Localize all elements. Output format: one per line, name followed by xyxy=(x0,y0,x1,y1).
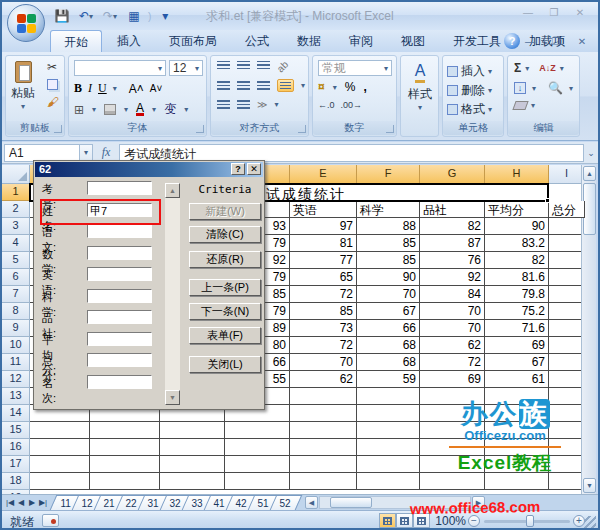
data-cell-G3[interactable]: 82 xyxy=(420,218,485,235)
field-input-品社[interactable] xyxy=(87,310,152,324)
scroll-up-icon[interactable]: ▲ xyxy=(583,166,596,181)
cell-F17[interactable] xyxy=(357,456,420,473)
cell-I5[interactable] xyxy=(549,252,585,269)
italic-button[interactable]: I xyxy=(88,81,92,96)
fill-icon[interactable]: ↓ xyxy=(514,82,526,94)
ribbon-tab-开发工具[interactable]: 开发工具 xyxy=(440,30,514,54)
data-cell-H6[interactable]: 81.6 xyxy=(485,269,549,286)
row-header-12[interactable]: 12 xyxy=(2,371,30,388)
column-header-I[interactable]: I xyxy=(549,165,585,184)
dialog-button-关闭(L)[interactable]: 关闭(L) xyxy=(189,356,261,373)
dialog-button-清除(C)[interactable]: 清除(C) xyxy=(189,226,261,243)
cell-I11[interactable] xyxy=(549,354,585,371)
data-cell-H11[interactable]: 67 xyxy=(485,354,549,371)
decrease-decimal-icon[interactable]: .00→ xyxy=(341,100,363,110)
cell-F14[interactable] xyxy=(357,405,420,422)
cell-I12[interactable] xyxy=(549,371,585,388)
cell-E14[interactable] xyxy=(290,405,357,422)
data-cell-G7[interactable]: 84 xyxy=(420,286,485,303)
dialog-close-icon[interactable]: ✕ xyxy=(247,163,261,175)
underline-button[interactable]: U xyxy=(98,81,107,96)
cell-D15[interactable] xyxy=(225,422,290,439)
row-header-15[interactable]: 15 xyxy=(2,422,30,439)
font-size-combo[interactable]: 12▾ xyxy=(169,60,203,76)
row-header-6[interactable]: 6 xyxy=(2,269,30,286)
copy-icon[interactable] xyxy=(47,79,58,90)
cell-I3[interactable] xyxy=(549,218,585,235)
wrap-text-icon[interactable]: ≫ xyxy=(257,99,267,110)
cell-A18[interactable] xyxy=(30,473,90,490)
currency-icon[interactable]: ¤ xyxy=(318,80,325,94)
column-header-H[interactable]: H xyxy=(485,165,549,184)
clipboard-dialog-launcher[interactable] xyxy=(54,125,62,133)
align-middle-icon[interactable] xyxy=(237,61,250,70)
row-header-2[interactable]: 2 xyxy=(2,201,30,218)
office-button[interactable] xyxy=(7,4,45,42)
doc-close-button[interactable]: ✕ xyxy=(572,36,592,49)
header-cell-G[interactable]: 品社 xyxy=(420,201,485,218)
cells-item-删除[interactable]: 删除▾ xyxy=(447,81,492,100)
cells-item-格式[interactable]: 格式▾ xyxy=(447,100,492,119)
comma-icon[interactable]: , xyxy=(363,80,366,94)
row-header-3[interactable]: 3 xyxy=(2,218,30,235)
number-format-combo[interactable]: 常规▾ xyxy=(318,60,392,76)
data-cell-F11[interactable]: 68 xyxy=(357,354,420,371)
align-right-icon[interactable] xyxy=(257,81,270,90)
last-sheet-icon[interactable]: ▶| xyxy=(38,498,48,507)
clear-icon[interactable] xyxy=(512,101,528,110)
cell-A15[interactable] xyxy=(30,422,90,439)
styles-button[interactable]: A 样式 ▾ xyxy=(404,62,436,112)
field-input-语文[interactable] xyxy=(87,224,152,238)
data-cell-G11[interactable]: 72 xyxy=(420,354,485,371)
row-header-13[interactable]: 13 xyxy=(2,388,30,405)
cell-B17[interactable] xyxy=(90,456,160,473)
minimize-button[interactable]: — xyxy=(518,7,538,20)
data-cell-F9[interactable]: 66 xyxy=(357,320,420,337)
data-cell-H7[interactable]: 79.8 xyxy=(485,286,549,303)
data-cell-G12[interactable]: 69 xyxy=(420,371,485,388)
header-cell-I[interactable]: 总分 xyxy=(549,201,585,218)
doc-restore-button[interactable]: ❐ xyxy=(546,36,566,49)
dialog-button-上一条(P)[interactable]: 上一条(P) xyxy=(189,279,261,296)
cell-E13[interactable] xyxy=(290,388,357,405)
cell-C15[interactable] xyxy=(160,422,225,439)
font-color-icon[interactable]: A xyxy=(136,103,144,116)
data-cell-F3[interactable]: 88 xyxy=(357,218,420,235)
percent-icon[interactable]: % xyxy=(345,80,356,94)
data-cell-E11[interactable]: 70 xyxy=(290,354,357,371)
cell-I4[interactable] xyxy=(549,235,585,252)
align-bottom-icon[interactable] xyxy=(257,61,270,70)
next-sheet-icon[interactable]: ▶ xyxy=(27,498,37,507)
dialog-button-表单(F)[interactable]: 表单(F) xyxy=(189,327,261,344)
ribbon-tab-页面布局[interactable]: 页面布局 xyxy=(156,30,230,54)
row-header-5[interactable]: 5 xyxy=(2,252,30,269)
cell-B18[interactable] xyxy=(90,473,160,490)
name-box[interactable]: A1 xyxy=(4,144,80,162)
cell-E18[interactable] xyxy=(290,473,357,490)
data-cell-H4[interactable]: 83.2 xyxy=(485,235,549,252)
align-left-icon[interactable] xyxy=(217,81,230,90)
cell-E16[interactable] xyxy=(290,439,357,456)
doc-minimize-button[interactable]: — xyxy=(520,36,540,49)
row-header-14[interactable]: 14 xyxy=(2,405,30,422)
cell-E15[interactable] xyxy=(290,422,357,439)
field-input-科学[interactable] xyxy=(87,289,152,303)
data-cell-E7[interactable]: 72 xyxy=(290,286,357,303)
close-button[interactable]: ✕ xyxy=(570,7,590,20)
increase-decimal-icon[interactable]: ←.0 xyxy=(318,100,335,110)
prev-sheet-icon[interactable]: ◀ xyxy=(16,498,26,507)
formula-bar-expand-icon[interactable]: ⌄ xyxy=(584,148,598,158)
data-cell-H10[interactable]: 69 xyxy=(485,337,549,354)
format-painter-icon[interactable]: 🖌 xyxy=(47,95,59,109)
name-box-dropdown-icon[interactable]: ▾ xyxy=(80,144,93,162)
ribbon-tab-审阅[interactable]: 审阅 xyxy=(336,30,386,54)
shrink-font-button[interactable]: A˅ xyxy=(150,83,163,94)
cells-item-插入[interactable]: 插入▾ xyxy=(447,62,492,81)
data-cell-F7[interactable]: 70 xyxy=(357,286,420,303)
fill-color-icon[interactable] xyxy=(104,104,116,115)
cell-C16[interactable] xyxy=(160,439,225,456)
data-cell-G5[interactable]: 76 xyxy=(420,252,485,269)
formula-input[interactable]: 考试成绩统计 xyxy=(119,144,584,162)
cell-I6[interactable] xyxy=(549,269,585,286)
data-cell-E5[interactable]: 77 xyxy=(290,252,357,269)
